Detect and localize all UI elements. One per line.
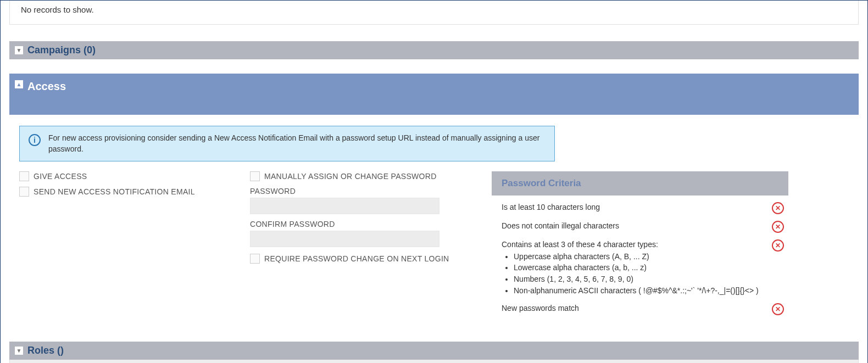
roles-header[interactable]: ▼ Roles () [9, 342, 859, 360]
manual-assign-label: MANUALLY ASSIGN OR CHANGE PASSWORD [264, 172, 437, 181]
roles-title: Roles () [27, 345, 64, 356]
campaigns-header[interactable]: ▼ Campaigns (0) [9, 41, 859, 59]
collapse-icon[interactable]: ▼ [15, 347, 23, 355]
access-header[interactable]: ▲ Access [9, 74, 859, 115]
require-change-checkbox[interactable] [250, 254, 260, 264]
criteria-types: Contains at least 3 of these 4 character… [502, 239, 759, 297]
info-message: i For new access provisioning consider s… [19, 126, 555, 161]
info-icon: i [29, 134, 41, 146]
password-label: PASSWORD [250, 187, 481, 196]
fail-icon: ✕ [772, 239, 784, 252]
records-empty-message: No records to show. [9, 1, 859, 25]
criteria-header: Password Criteria [492, 171, 788, 196]
require-change-label: REQUIRE PASSWORD CHANGE ON NEXT LOGIN [264, 254, 449, 263]
give-access-checkbox[interactable] [19, 171, 29, 181]
collapse-icon[interactable]: ▼ [15, 46, 23, 54]
campaigns-title: Campaigns (0) [27, 44, 96, 56]
access-title: Access [27, 80, 66, 93]
roles-body: ROLE * ▼ [9, 360, 859, 363]
criteria-list: Is at least 10 characters long ✕ Does no… [492, 196, 788, 325]
expand-icon[interactable]: ▲ [15, 80, 23, 88]
password-input[interactable] [250, 198, 439, 214]
confirm-password-input[interactable] [250, 231, 439, 247]
info-text: For new access provisioning consider sen… [48, 133, 546, 154]
criteria-match: New passwords match [502, 303, 579, 314]
criteria-illegal: Does not contain illegal characters [502, 221, 619, 232]
manual-assign-checkbox[interactable] [250, 171, 260, 181]
send-email-checkbox[interactable] [19, 187, 29, 197]
give-access-label: GIVE ACCESS [34, 172, 87, 181]
fail-icon: ✕ [772, 303, 784, 315]
fail-icon: ✕ [772, 221, 784, 233]
fail-icon: ✕ [772, 202, 784, 214]
send-email-label: SEND NEW ACCESS NOTIFICATION EMAIL [34, 187, 195, 196]
criteria-length: Is at least 10 characters long [502, 202, 600, 213]
confirm-password-label: CONFIRM PASSWORD [250, 220, 481, 228]
